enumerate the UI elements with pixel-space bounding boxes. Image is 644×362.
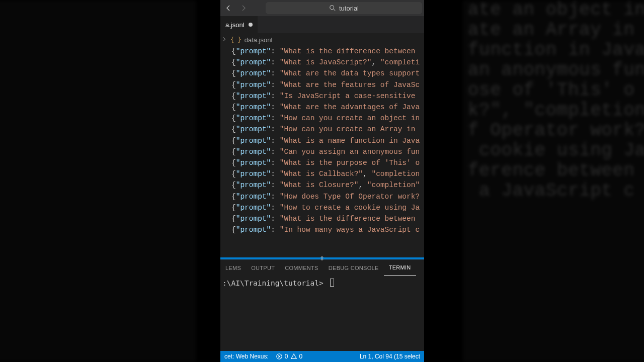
breadcrumb[interactable]: { } data.jsonl: [220, 34, 424, 46]
chevron-right-icon: [221, 36, 227, 44]
editor-tab-row: a.jsonl: [220, 16, 424, 34]
dirty-indicator-icon: [249, 23, 253, 27]
code-line[interactable]: {"prompt": "What is a name function in J…: [231, 135, 424, 146]
search-icon: [329, 5, 336, 12]
status-project[interactable]: cet: Web Nexus:: [224, 353, 269, 360]
nav-forward-button[interactable]: [237, 2, 250, 14]
code-line[interactable]: {"prompt": "How to create a cookie using…: [231, 202, 424, 213]
terminal-prompt-line: :\AI\Training\tutorial>: [222, 279, 424, 287]
svg-point-0: [330, 6, 334, 10]
code-line[interactable]: {"prompt": "What is the purpose of 'This…: [231, 157, 424, 168]
code-line[interactable]: {"prompt": "In how many ways a JavaScrip…: [231, 224, 424, 235]
panel-tab-comments[interactable]: COMMENTS: [280, 260, 324, 276]
code-editor[interactable]: {"prompt": "What is the difference betwe…: [220, 46, 424, 257]
code-line[interactable]: {"prompt": "What are the data types supp…: [231, 68, 424, 79]
command-center-search[interactable]: tutorial: [266, 2, 422, 14]
command-center-text: tutorial: [339, 5, 359, 12]
error-icon: [276, 353, 283, 360]
terminal[interactable]: :\AI\Training\tutorial>: [220, 276, 424, 351]
code-line[interactable]: {"prompt": "What is Closure?", "completi…: [231, 179, 424, 191]
code-line[interactable]: {"prompt": "What is JavaScript?", "compl…: [231, 57, 424, 68]
editor-tab[interactable]: a.jsonl: [220, 16, 258, 34]
code-line[interactable]: {"prompt": "What is the difference betwe…: [231, 213, 424, 224]
panel-tab-debug-console[interactable]: DEBUG CONSOLE: [324, 260, 384, 276]
panel-tab-output[interactable]: OUTPUT: [246, 260, 280, 276]
status-problems[interactable]: 0 0: [276, 353, 302, 360]
resize-cursor-icon: ⇳: [319, 254, 325, 262]
code-line[interactable]: {"prompt": "Is JavaScript a case-sensiti…: [231, 90, 424, 102]
background-blur-left: {"prompt":{"prompt":{"prompt":{"prompt":…: [0, 0, 196, 362]
code-line[interactable]: {"prompt": "What is Callback?", "complet…: [231, 168, 424, 179]
svg-line-1: [334, 9, 336, 11]
breadcrumb-filename: data.jsonl: [245, 36, 273, 44]
code-line[interactable]: {"prompt": "How does Type Of Operator wo…: [231, 191, 424, 202]
code-line[interactable]: {"prompt": "What are the advantages of J…: [231, 102, 424, 113]
panel-tab-problems[interactable]: LEMS: [220, 260, 246, 276]
background-blur-right: ate an object inate an Array in function…: [463, 0, 644, 362]
code-line[interactable]: {"prompt": "How can you create an Array …: [231, 124, 424, 135]
panel-resize-handle[interactable]: ⇳: [220, 257, 424, 259]
json-file-icon: { }: [230, 36, 242, 43]
tab-filename: a.jsonl: [225, 21, 245, 29]
title-bar: tutorial: [220, 0, 424, 16]
status-bar: cet: Web Nexus: 0 0 Ln 1, Col 94 (15 sel…: [220, 351, 424, 362]
status-cursor-position[interactable]: Ln 1, Col 94 (15 select: [360, 353, 420, 360]
code-line[interactable]: {"prompt": "What is the difference betwe…: [231, 46, 424, 57]
panel-tab-terminal[interactable]: TERMIN: [384, 260, 416, 276]
nav-back-button[interactable]: [222, 2, 234, 14]
code-line[interactable]: {"prompt": "Can you assign an anonymous …: [231, 146, 424, 157]
code-line[interactable]: {"prompt": "How can you create an object…: [231, 113, 424, 124]
warning-icon: [290, 353, 297, 360]
vscode-window: tutorial a.jsonl { } data.jsonl {"prompt…: [220, 0, 424, 362]
terminal-cursor-icon: [330, 279, 334, 287]
code-line[interactable]: {"prompt": "What are the features of Jav…: [231, 79, 424, 90]
